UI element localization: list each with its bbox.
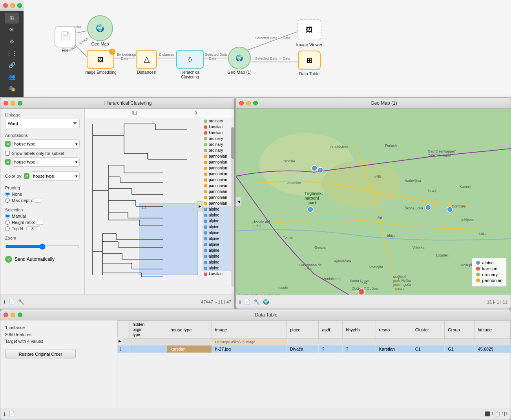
- show-labels-checkbox[interactable]: [5, 151, 10, 156]
- dt-info-sidebar: 1 instance 2050 features Target with 4 v…: [0, 320, 117, 420]
- dt-footer-stats: ⬛ 1 📋 1|1: [485, 411, 507, 416]
- table-body: 1 karstian h-27.jpg Divača ? ? Karstian …: [118, 345, 511, 353]
- linkage-select[interactable]: Ward Single Complete Average: [5, 119, 80, 128]
- dt-footer-info-icon[interactable]: ℹ: [4, 411, 5, 417]
- hc-title-bar: Hierarchical Clustering: [0, 98, 234, 109]
- th-place[interactable]: place: [287, 321, 319, 339]
- annotation-chevron: ▾: [75, 142, 78, 147]
- geo-footer-info-icon[interactable]: ℹ: [239, 299, 241, 305]
- th-group[interactable]: Group: [445, 321, 475, 339]
- label-row-9: pannonian: [203, 171, 234, 177]
- legend-ordinary-label: ordinary: [482, 272, 498, 277]
- svg-text:Idrija: Idrija: [387, 234, 395, 238]
- selection-height-radio[interactable]: [5, 220, 10, 225]
- geo-maximize[interactable]: [253, 101, 258, 105]
- label-text-25: alpine: [209, 266, 219, 270]
- label-row-12: pannonian: [203, 189, 234, 195]
- minimize-button[interactable]: [10, 3, 15, 8]
- selection-section: Selection Manual Height ratio: Top N:: [5, 207, 80, 231]
- zoom-section: Zoom: [5, 236, 80, 251]
- colorby-dropdown[interactable]: house type ▾: [31, 171, 80, 181]
- toolbar-grid-icon[interactable]: ⊞: [5, 13, 19, 24]
- svg-text:⟨⟩: ⟨⟩: [188, 56, 192, 63]
- subset-dropdown[interactable]: house type ▾: [12, 157, 80, 167]
- zoom-slider[interactable]: [5, 244, 80, 250]
- dendro-svg: C1: [85, 118, 203, 283]
- map-area[interactable]: Tarvisio Arnoldstein Ferlach Bad Eisenka…: [236, 109, 511, 295]
- toolbar-scatter-icon[interactable]: ⋮⋮: [5, 48, 19, 59]
- table-row[interactable]: 1 karstian h-27.jpg Divača ? ? Karstian …: [118, 345, 511, 353]
- dt-table-area[interactable]: ▶ hiddenorigintype house type image plac…: [117, 320, 511, 420]
- scale-0.1: 0.1: [132, 111, 137, 115]
- svg-text:Distances: Distances: [137, 70, 156, 75]
- label-dot-7: [204, 161, 207, 164]
- label-text-2: karstian: [209, 131, 223, 135]
- maximize-button[interactable]: [17, 3, 22, 8]
- dt-footer-doc-icon[interactable]: 📄: [9, 411, 15, 417]
- pruning-maxdepth-radio[interactable]: [5, 198, 10, 203]
- dt-close[interactable]: [4, 313, 8, 317]
- label-dot-19: [204, 231, 207, 235]
- th-hhyyhh[interactable]: hhyyhh: [343, 321, 376, 339]
- geo-close[interactable]: [239, 101, 244, 105]
- hc-footer-info-icon[interactable]: ℹ: [4, 299, 5, 305]
- svg-point-135: [312, 165, 317, 171]
- th-cluster[interactable]: Cluster: [412, 321, 444, 339]
- label-list: ordinarykarstiankarstianordinaryordinary…: [203, 118, 234, 277]
- legend-pannonian-label: pannonian: [482, 278, 502, 283]
- th-latitude[interactable]: latitude: [474, 321, 510, 339]
- collapse-arrow[interactable]: ▶: [197, 201, 203, 211]
- toolbar-eye-icon[interactable]: 👁: [5, 24, 19, 35]
- colorby-badge: C: [24, 173, 29, 179]
- close-button[interactable]: [3, 3, 8, 8]
- th-asdf[interactable]: asdf: [319, 321, 343, 339]
- svg-text:△: △: [144, 55, 150, 64]
- geo-footer-globe-icon[interactable]: 🌍: [263, 299, 269, 305]
- send-auto-container: ✓ Send Automatically: [5, 256, 80, 263]
- max-depth-input[interactable]: [35, 198, 42, 203]
- dt-maximize[interactable]: [18, 313, 22, 317]
- pruning-maxdepth-label: Max depth:: [12, 198, 33, 203]
- map-collapse-arrow[interactable]: ◀: [236, 196, 241, 207]
- send-auto-check[interactable]: ✓: [5, 256, 12, 263]
- toolbar-link-icon[interactable]: 🔗: [5, 60, 19, 71]
- label-row-5: ordinary: [203, 147, 234, 153]
- top-n-input[interactable]: [26, 226, 40, 231]
- colorby-value: house type: [33, 174, 54, 178]
- geo-footer-doc-icon[interactable]: 📄: [244, 299, 250, 305]
- hc-maximize[interactable]: [18, 101, 22, 105]
- subh-resno: [376, 339, 412, 345]
- pruning-none-radio[interactable]: [5, 192, 10, 196]
- hc-minimize[interactable]: [11, 101, 15, 105]
- toolbar-person-icon[interactable]: 🎭: [5, 83, 19, 94]
- svg-text:📄: 📄: [60, 31, 71, 42]
- th-house-type[interactable]: house type: [167, 321, 212, 339]
- restore-order-button[interactable]: Restore Original Order: [5, 349, 76, 358]
- label-row-21: alpine: [203, 242, 234, 247]
- annotation-dropdown[interactable]: house type ▾: [12, 139, 80, 149]
- toolbar-gear-icon[interactable]: ⚙: [5, 36, 19, 47]
- th-image[interactable]: image: [212, 321, 287, 339]
- vscroll[interactable]: [231, 127, 234, 287]
- dt-minimize[interactable]: [11, 313, 15, 317]
- selection-manual-radio[interactable]: [5, 214, 10, 218]
- annotation-value: house type: [14, 142, 35, 146]
- hc-footer-settings-icon[interactable]: 🔧: [18, 299, 24, 305]
- toolbar-group-icon[interactable]: 👥: [5, 71, 19, 82]
- th-hidden[interactable]: hiddenorigintype: [130, 321, 167, 339]
- label-dot-9: [204, 173, 207, 176]
- geo-footer-settings-icon[interactable]: 🔧: [254, 299, 260, 305]
- th-resno[interactable]: resno: [376, 321, 412, 339]
- label-row-11: pannonian: [203, 183, 234, 189]
- selection-topn-radio[interactable]: [5, 226, 10, 231]
- svg-text:Monfalcone: Monfalcone: [322, 277, 341, 281]
- workflow-svg: Data Data → Image Embeddings → Data Dist…: [24, 0, 377, 86]
- hc-footer-doc-icon[interactable]: 📄: [9, 299, 15, 305]
- td-house-type: karstian: [167, 345, 212, 353]
- height-ratio-input[interactable]: [37, 220, 44, 225]
- hc-close[interactable]: [4, 101, 8, 105]
- svg-text:Cividale del: Cividale del: [252, 220, 270, 224]
- svg-line-12: [247, 31, 298, 50]
- label-text-10: pannonian: [209, 178, 227, 182]
- geo-minimize[interactable]: [246, 101, 251, 105]
